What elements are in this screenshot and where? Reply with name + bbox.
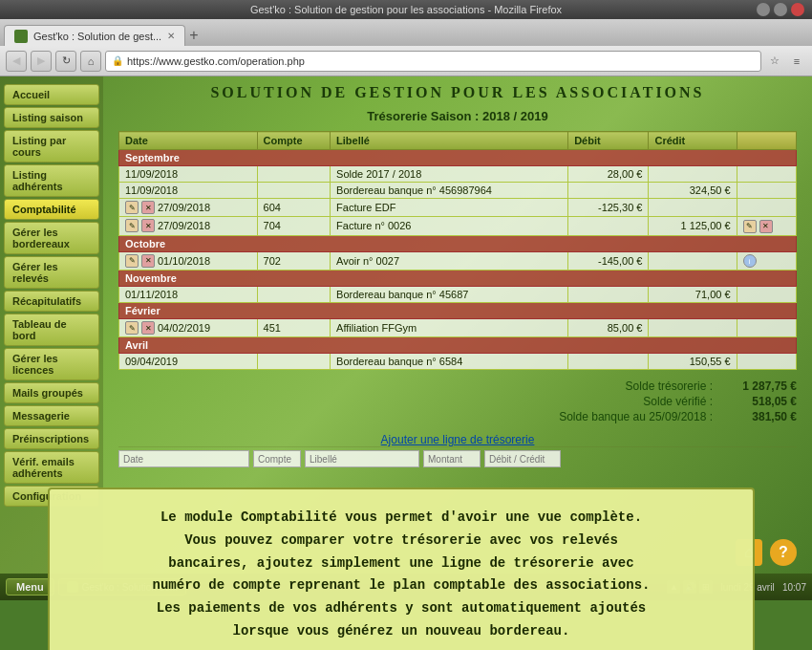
bookmarks-icon[interactable]: ☆ bbox=[765, 52, 784, 71]
sidebar-item-bordereaux[interactable]: Gérer les bordereaux bbox=[4, 222, 99, 254]
col-header-debit: Débit bbox=[568, 132, 649, 150]
tab-favicon bbox=[14, 30, 28, 43]
table-row: ✎ ✕ 04/02/2019 451 Affiliation FFGym 85,… bbox=[119, 319, 797, 337]
add-date-input[interactable] bbox=[118, 450, 249, 467]
help-button[interactable]: ? bbox=[770, 539, 797, 566]
section-fevrier: Février bbox=[119, 303, 797, 319]
ssl-lock-icon: 🔒 bbox=[112, 55, 123, 66]
add-line-link[interactable]: Ajouter une ligne de trésorerie bbox=[118, 433, 797, 446]
close-btn[interactable] bbox=[791, 3, 804, 16]
title-bar: Gest'ko : Solution de gestion pour les a… bbox=[0, 0, 812, 19]
delete-icon[interactable]: ✕ bbox=[141, 254, 155, 268]
tooltip-text: Le module Comptabilité vous permet d'avo… bbox=[73, 507, 730, 643]
col-header-credit: Crédit bbox=[649, 132, 737, 150]
sidebar-item-preinscriptions[interactable]: Préinscriptions bbox=[4, 428, 99, 449]
info-icon[interactable]: i bbox=[743, 254, 757, 268]
section-septembre: Septembre bbox=[119, 150, 797, 166]
table-row: 11/09/2018 Solde 2017 / 2018 28,00 € bbox=[119, 166, 797, 183]
sidebar-item-listing-cours[interactable]: Listing par cours bbox=[4, 130, 99, 162]
browser-tab[interactable]: Gest'ko : Solution de gest... ✕ bbox=[4, 25, 185, 46]
menu-icon[interactable]: ≡ bbox=[787, 52, 806, 71]
section-octobre: Octobre bbox=[119, 235, 797, 251]
sidebar-item-releves[interactable]: Gérer les relevés bbox=[4, 256, 99, 289]
maximize-btn[interactable] bbox=[774, 3, 787, 16]
window-controls bbox=[757, 3, 804, 16]
window-title: Gest'ko : Solution de gestion pour les a… bbox=[250, 4, 562, 15]
table-row: ✎ ✕ 01/10/2018 702 Avoir n° 0027 -145,00… bbox=[119, 251, 797, 271]
new-tab-btn[interactable]: + bbox=[189, 25, 198, 46]
solde-banque-label: Solde banque au 25/09/2018 : bbox=[559, 410, 713, 423]
solde-banque-value: 381,50 € bbox=[720, 410, 797, 423]
minimize-btn[interactable] bbox=[757, 3, 770, 16]
tooltip-overlay: Le module Comptabilité vous permet d'avo… bbox=[48, 488, 755, 650]
sidebar-item-accueil[interactable]: Accueil bbox=[4, 84, 99, 105]
edit-icon[interactable]: ✎ bbox=[125, 321, 139, 335]
delete-icon[interactable]: ✕ bbox=[141, 321, 155, 335]
sidebar-item-tableau-bord[interactable]: Tableau de bord bbox=[4, 314, 99, 346]
add-debit-credit-input[interactable] bbox=[484, 450, 561, 467]
solde-banque-row: Solde banque au 25/09/2018 : 381,50 € bbox=[118, 410, 797, 423]
sidebar-item-listing-saison[interactable]: Listing saison bbox=[4, 107, 99, 128]
tab-bar: Gest'ko : Solution de gest... ✕ + bbox=[0, 19, 812, 46]
edit-icon-2[interactable]: ✎ bbox=[743, 220, 757, 233]
reload-btn[interactable]: ↻ bbox=[55, 51, 76, 72]
col-header-libelle: Libellé bbox=[331, 132, 568, 150]
col-header-compte: Compte bbox=[257, 132, 330, 150]
nav-extra-buttons: ☆ ≡ bbox=[765, 52, 806, 71]
home-nav-btn[interactable]: ⌂ bbox=[80, 51, 101, 72]
sidebar-item-recapitulatifs[interactable]: Récapitulatifs bbox=[4, 291, 99, 312]
add-compte-input[interactable] bbox=[253, 450, 301, 467]
table-row: 09/04/2019 Bordereau banque n° 6584 150,… bbox=[119, 354, 797, 370]
url-text: https://www.gestko.com/operation.php bbox=[127, 55, 755, 67]
col-header-date: Date bbox=[119, 132, 258, 150]
col-header-actions bbox=[737, 132, 796, 150]
page-header: Solution de gestion pour les association… bbox=[118, 84, 797, 101]
solde-verifie-value: 518,05 € bbox=[720, 395, 797, 408]
solde-verifie-row: Solde vérifié : 518,05 € bbox=[118, 395, 797, 408]
sidebar-item-mails[interactable]: Mails groupés bbox=[4, 382, 99, 403]
summary-area: Solde trésorerie : 1 287,75 € Solde véri… bbox=[118, 376, 797, 429]
treasury-table: Date Compte Libellé Débit Crédit Septemb… bbox=[118, 131, 797, 370]
edit-icon[interactable]: ✎ bbox=[125, 254, 139, 268]
solde-tresorerie-row: Solde trésorerie : 1 287,75 € bbox=[118, 379, 797, 393]
section-title: Trésorerie Saison : 2018 / 2019 bbox=[118, 109, 797, 123]
address-bar[interactable]: 🔒 https://www.gestko.com/operation.php bbox=[105, 51, 761, 72]
table-row: 01/11/2018 Bordereau banque n° 45687 71,… bbox=[119, 287, 797, 303]
solde-verifie-label: Solde vérifié : bbox=[643, 395, 713, 408]
solde-tresorerie-value: 1 287,75 € bbox=[720, 379, 797, 393]
table-row: ✎ ✕ 27/09/2018 604 Facture EDF -125,30 € bbox=[119, 199, 797, 217]
section-avril: Avril bbox=[119, 337, 797, 354]
forward-btn[interactable]: ▶ bbox=[31, 51, 52, 72]
delete-icon-2[interactable]: ✕ bbox=[759, 220, 773, 233]
table-row: ✎ ✕ 27/09/2018 704 Facture n° 0026 1 125… bbox=[119, 217, 797, 236]
edit-icon[interactable]: ✎ bbox=[125, 201, 139, 214]
delete-icon[interactable]: ✕ bbox=[141, 201, 155, 214]
sidebar-item-listing-adherents[interactable]: Listing adhérents bbox=[4, 164, 99, 197]
solde-tresorerie-label: Solde trésorerie : bbox=[626, 379, 713, 393]
add-montant-input[interactable] bbox=[423, 450, 481, 467]
tab-label: Gest'ko : Solution de gest... bbox=[33, 31, 161, 42]
add-libelle-input[interactable] bbox=[305, 450, 419, 467]
delete-icon[interactable]: ✕ bbox=[141, 219, 155, 232]
section-novembre: Novembre bbox=[119, 271, 797, 287]
sidebar-item-licences[interactable]: Gérer les licences bbox=[4, 348, 99, 380]
nav-bar: ◀ ▶ ↻ ⌂ 🔒 https://www.gestko.com/operati… bbox=[0, 46, 812, 76]
tab-close-btn[interactable]: ✕ bbox=[167, 31, 175, 41]
sidebar-item-verif-emails[interactable]: Vérif. emails adhérents bbox=[4, 451, 99, 484]
sidebar-item-messagerie[interactable]: Messagerie bbox=[4, 405, 99, 426]
sidebar-item-comptabilite[interactable]: Comptabilité bbox=[4, 199, 99, 220]
table-row: 11/09/2018 Bordereau banque n° 456987964… bbox=[119, 183, 797, 199]
back-btn[interactable]: ◀ bbox=[6, 51, 27, 72]
edit-icon[interactable]: ✎ bbox=[125, 219, 139, 232]
add-row-inputs bbox=[118, 446, 797, 470]
